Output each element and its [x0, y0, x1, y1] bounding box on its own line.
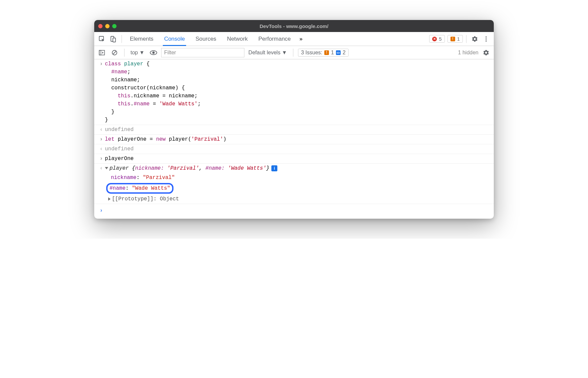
minimize-icon[interactable]: [105, 24, 110, 28]
main-toolbar: Elements Console Sources Network Perform…: [94, 32, 494, 46]
console-output-row: undefined: [94, 125, 494, 135]
titlebar: DevTools - www.google.com/: [94, 20, 494, 32]
console-output-row: player {nickname: 'Parzival', #name: 'Wa…: [94, 164, 494, 173]
settings-icon[interactable]: [470, 34, 480, 44]
prompt-input[interactable]: [105, 207, 490, 215]
warnings-badge[interactable]: ! 1: [447, 35, 463, 43]
warning-icon: !: [324, 50, 329, 55]
filter-input[interactable]: Filter: [161, 48, 244, 57]
tab-performance[interactable]: Performance: [254, 32, 295, 46]
svg-rect-7: [99, 50, 101, 55]
issues-info-count: 2: [343, 50, 346, 56]
context-selector[interactable]: top ▼: [129, 50, 146, 56]
console-body: class player { #name; nickname; construc…: [94, 59, 494, 219]
code-block: class player { #name; nickname; construc…: [105, 60, 490, 124]
console-output-row: undefined: [94, 144, 494, 154]
expand-triangle-icon[interactable]: [108, 197, 111, 201]
info-icon: ▭: [336, 50, 341, 55]
maximize-icon[interactable]: [112, 24, 117, 28]
errors-badge[interactable]: ✕ 5: [429, 35, 444, 43]
tab-elements[interactable]: Elements: [125, 32, 158, 46]
code-block: let playerOne = new player('Parzival'): [105, 135, 490, 143]
traffic-lights: [98, 24, 117, 28]
issues-badge[interactable]: 3 Issues: ! 1 ▭ 2: [298, 49, 349, 57]
tabs-overflow-icon[interactable]: »: [297, 36, 305, 42]
input-chevron-icon: [98, 135, 105, 143]
tab-network[interactable]: Network: [222, 32, 252, 46]
svg-rect-2: [113, 38, 116, 42]
device-toolbar-icon[interactable]: [108, 34, 118, 44]
property-private-name: #name: "Wade Watts": [109, 183, 490, 194]
svg-line-9: [113, 51, 116, 54]
expand-triangle-icon[interactable]: [105, 167, 108, 169]
svg-point-3: [485, 36, 487, 38]
svg-point-5: [485, 40, 487, 42]
warnings-count: 1: [457, 36, 460, 42]
property-nickname: nickname: "Parzival": [111, 174, 490, 182]
close-icon[interactable]: [98, 24, 103, 28]
output-chevron-icon: [98, 145, 105, 153]
context-label: top: [131, 50, 138, 56]
separator: [293, 49, 293, 57]
result-undefined: undefined: [105, 126, 490, 134]
more-icon[interactable]: [481, 34, 491, 44]
tab-console[interactable]: Console: [159, 32, 189, 46]
console-input-row[interactable]: class player { #name; nickname; construc…: [94, 59, 494, 125]
dropdown-icon: ▼: [282, 50, 287, 56]
separator: [122, 35, 122, 43]
hidden-count[interactable]: 1 hidden: [458, 50, 478, 56]
property-prototype: [[Prototype]]: Object: [108, 195, 490, 203]
dropdown-icon: ▼: [139, 50, 145, 56]
code-block: playerOne: [105, 155, 490, 163]
devtools-window: DevTools - www.google.com/ Elements Cons…: [94, 20, 494, 219]
input-chevron-icon: [98, 155, 105, 163]
separator: [124, 49, 125, 57]
svg-point-11: [152, 51, 155, 54]
svg-rect-6: [99, 50, 105, 55]
levels-label: Default levels: [248, 50, 280, 56]
inspect-element-icon[interactable]: [97, 34, 107, 44]
object-property-row[interactable]: #name: "Wade Watts": [94, 182, 494, 194]
highlight-annotation: #name: "Wade Watts": [106, 183, 173, 194]
result-undefined: undefined: [105, 145, 490, 153]
sidebar-toggle-icon[interactable]: [97, 48, 107, 58]
output-chevron-icon: [98, 126, 105, 134]
errors-count: 5: [439, 36, 441, 42]
live-expression-icon[interactable]: [148, 48, 158, 58]
object-property-row[interactable]: [[Prototype]]: Object: [94, 194, 494, 204]
info-icon[interactable]: i: [271, 165, 277, 171]
prompt-chevron-icon: [98, 207, 105, 215]
console-toolbar: top ▼ Filter Default levels ▼ 3 Issues: …: [94, 46, 494, 59]
console-prompt-row[interactable]: [94, 204, 494, 215]
filter-placeholder: Filter: [164, 50, 176, 56]
warning-icon: !: [450, 37, 455, 41]
clear-console-icon[interactable]: [110, 48, 120, 58]
object-property-row[interactable]: nickname: "Parzival": [94, 173, 494, 182]
log-levels-selector[interactable]: Default levels ▼: [247, 50, 288, 56]
object-preview[interactable]: player {nickname: 'Parzival', #name: 'Wa…: [105, 164, 490, 172]
console-settings-icon[interactable]: [481, 48, 491, 58]
error-icon: ✕: [432, 37, 437, 41]
console-input-row[interactable]: playerOne: [94, 154, 494, 164]
output-chevron-icon: [98, 164, 105, 172]
input-chevron-icon: [98, 60, 105, 124]
separator: [466, 35, 466, 43]
svg-point-4: [485, 38, 487, 40]
issues-warn-count: 1: [331, 50, 334, 56]
console-input-row[interactable]: let playerOne = new player('Parzival'): [94, 135, 494, 144]
window-title: DevTools - www.google.com/: [94, 23, 494, 29]
tab-sources[interactable]: Sources: [191, 32, 221, 46]
issues-label: 3 Issues:: [301, 50, 322, 56]
